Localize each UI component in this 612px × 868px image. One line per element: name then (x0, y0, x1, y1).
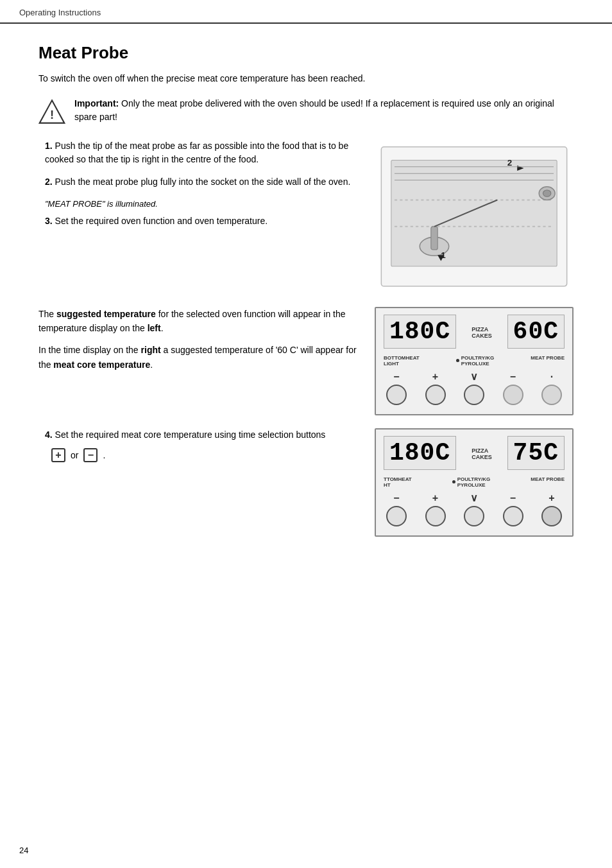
check-btn-1[interactable] (464, 385, 484, 405)
period-text: . (103, 448, 105, 462)
step-3: 3. Set the required oven function and ov… (38, 214, 355, 228)
display-panel-2: 180C PIZZA CAKES 75C TTOMHEAT (375, 428, 574, 537)
header-label: Operating Instructions (19, 8, 101, 17)
illuminated-label: "MEAT PROBE" is illuminated. (45, 199, 158, 209)
btn-plus2-group-2: + (541, 493, 562, 526)
step-1: 1. Push the tip of the meat probe as far… (38, 139, 355, 166)
middle-text: The suggested temperature for the select… (38, 307, 362, 415)
step-1-text: Push the tip of the meat probe as far as… (45, 141, 348, 164)
plus-btn-2[interactable] (425, 506, 446, 526)
step-2-text: Push the meat probe plug fully into the … (55, 177, 351, 187)
oven-diagram-1: 1 2 (375, 139, 574, 294)
btn-dot-group-1: · (541, 372, 562, 405)
warning-icon: ! (38, 98, 65, 125)
minus-box-button[interactable]: − (83, 448, 98, 462)
plus-btn-1[interactable] (425, 385, 446, 405)
display-panel-1: 180C PIZZA CAKES 60C BOTTOMHEAT (375, 307, 574, 415)
steps-column: 1. Push the tip of the meat probe as far… (38, 139, 362, 294)
btn-minus-group-2: − (386, 493, 407, 526)
intro-text: To switch the oven off when the precise … (38, 72, 574, 85)
bottom-mid-group-1: POULTRY/KG PYROLUXE (456, 355, 495, 367)
btn-plus-group-2: + (425, 493, 446, 526)
step-2-note: "MEAT PROBE" is illuminated. (38, 198, 355, 211)
dot-btn-1[interactable] (541, 385, 562, 405)
important-box: ! Important: Only the meat probe deliver… (38, 97, 574, 125)
right-digits-1: 60C (507, 315, 565, 349)
step-4: 4. Set the required meat core temperatur… (38, 428, 362, 442)
step-2-num: 2. (45, 177, 53, 187)
minus-btn-2[interactable] (386, 506, 407, 526)
left-digits-2: 180C (384, 436, 456, 470)
step-3-text: Set the required oven function and oven … (55, 216, 268, 226)
display-bottom-labels-2: TTOMHEAT HT POULTRY/KG PYROLUXE MEAT PRO… (384, 475, 565, 493)
right-bold: right (141, 345, 161, 355)
indicator-dot-2 (452, 480, 455, 483)
display-bottom-labels-1: BOTTOMHEAT LIGHT POULTRY/KG PYROLUXE MEA… (384, 354, 565, 372)
important-paragraph: Important: Only the meat probe delivered… (74, 97, 574, 124)
important-label: Important: (74, 98, 119, 108)
step4-buttons-row: + or − . (38, 448, 362, 462)
svg-text:2: 2 (507, 158, 512, 168)
plus2-btn-2[interactable] (541, 506, 562, 526)
step4-text: 4. Set the required meat core temperatur… (38, 428, 362, 537)
minus2-btn-1[interactable] (503, 385, 523, 405)
step-1-num: 1. (45, 141, 53, 151)
bottom-right-label-1: MEAT PROBE (531, 355, 565, 367)
display-top-2: 180C PIZZA CAKES 75C (384, 436, 565, 473)
btn-plus-group-1: + (425, 372, 446, 405)
or-text: or (71, 448, 78, 462)
btn-minus2-group-2: − (503, 493, 523, 526)
btn-check-group-2: ∨ (464, 493, 484, 526)
indicator-dot-1 (456, 359, 459, 362)
left-bold: left (148, 323, 161, 333)
bottom-left-label-2: TTOMHEAT HT (384, 476, 412, 488)
suggested-temp-bold: suggested temperature (56, 309, 156, 319)
figure-col-1: 1 2 (375, 139, 574, 294)
button-row-2: − + ∨ − (384, 493, 565, 526)
middle-para-2: In the time display on the right a sugge… (38, 343, 362, 372)
page-number: 24 (19, 846, 28, 855)
button-row-1: − + ∨ − (384, 372, 565, 405)
btn-check-group-1: ∨ (464, 372, 484, 405)
display-top-1: 180C PIZZA CAKES 60C (384, 315, 565, 351)
plus-box-button[interactable]: + (51, 448, 65, 462)
page-title: Meat Probe (38, 43, 574, 63)
step-4-num: 4. (45, 430, 53, 440)
step4-section: 4. Set the required meat core temperatur… (38, 428, 574, 537)
meat-core-bold: meat core tempera­ture (53, 360, 150, 370)
center-labels-2: PIZZA CAKES (468, 447, 496, 460)
center-labels-1: PIZZA CAKES (468, 326, 496, 339)
bottom-mid-stack-2: POULTRY/KG PYROLUXE (457, 476, 491, 488)
middle-section: The suggested temperature for the select… (38, 307, 574, 415)
minus-btn-1[interactable] (386, 385, 407, 405)
svg-point-14 (543, 190, 550, 196)
minus2-btn-2[interactable] (503, 506, 523, 526)
step-2: 2. Push the meat probe plug fully into t… (38, 175, 355, 189)
steps-figure-row: 1. Push the tip of the meat probe as far… (38, 139, 574, 294)
important-body: Only the meat probe delivered with the o… (74, 98, 554, 122)
step-3-num: 3. (45, 216, 53, 226)
right-digits-2: 75C (507, 436, 565, 470)
middle-para-1: The suggested temperature for the select… (38, 307, 362, 336)
step-4-text1: Set the required meat core temperature u… (55, 430, 326, 440)
svg-text:!: ! (50, 108, 54, 121)
bottom-mid-group-2: POULTRY/KG PYROLUXE (452, 476, 491, 488)
bottom-mid-stack-1: POULTRY/KG PYROLUXE (461, 355, 495, 367)
btn-minus-group-1: − (386, 372, 407, 405)
svg-rect-7 (431, 227, 438, 250)
btn-minus2-group-1: − (503, 372, 523, 405)
bottom-left-label-1: BOTTOMHEAT LIGHT (384, 355, 420, 367)
left-digits-1: 180C (384, 315, 456, 349)
svg-rect-3 (391, 160, 557, 266)
bottom-right-label-2: MEAT PROBE (531, 476, 565, 488)
check-btn-2[interactable] (464, 506, 484, 526)
